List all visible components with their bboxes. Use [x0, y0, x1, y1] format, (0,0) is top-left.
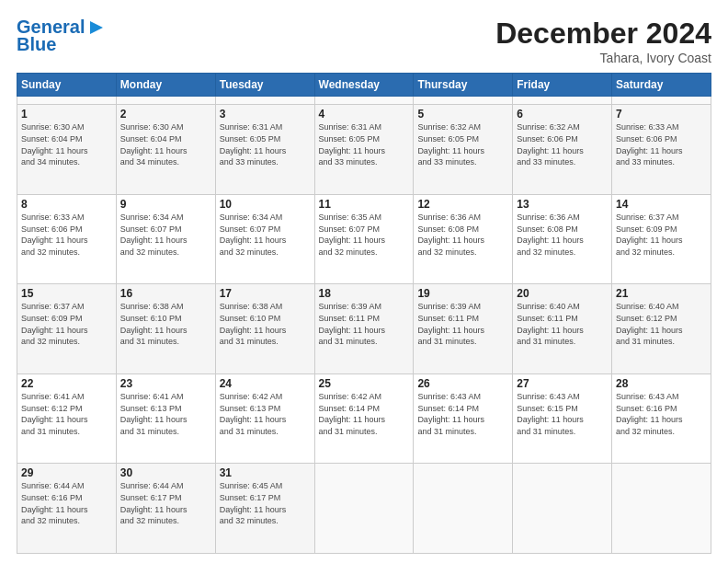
calendar-week-row: 8Sunrise: 6:33 AM Sunset: 6:06 PM Daylig… — [17, 194, 711, 284]
header: General Blue December 2024 Tahara, Ivory… — [17, 17, 711, 65]
day-info: Sunrise: 6:31 AM Sunset: 6:05 PM Dayligh… — [220, 121, 311, 167]
calendar-cell: 31Sunrise: 6:45 AM Sunset: 6:17 PM Dayli… — [215, 464, 314, 554]
calendar-cell — [612, 464, 711, 554]
day-number: 15 — [21, 287, 112, 300]
col-header-saturday: Saturday — [612, 74, 711, 97]
day-number: 20 — [517, 287, 608, 300]
col-header-monday: Monday — [116, 74, 215, 97]
day-info: Sunrise: 6:30 AM Sunset: 6:04 PM Dayligh… — [120, 121, 211, 167]
day-number: 5 — [417, 108, 508, 121]
day-number: 29 — [21, 466, 112, 479]
calendar-cell: 23Sunrise: 6:41 AM Sunset: 6:13 PM Dayli… — [116, 373, 215, 464]
day-number: 17 — [220, 287, 311, 300]
calendar-week-row: 1Sunrise: 6:30 AM Sunset: 6:04 PM Daylig… — [17, 105, 711, 195]
calendar-cell — [612, 97, 711, 105]
calendar-cell — [215, 97, 314, 105]
day-info: Sunrise: 6:38 AM Sunset: 6:10 PM Dayligh… — [120, 301, 211, 347]
day-info: Sunrise: 6:43 AM Sunset: 6:15 PM Dayligh… — [517, 391, 608, 437]
calendar-cell: 2Sunrise: 6:30 AM Sunset: 6:04 PM Daylig… — [116, 105, 215, 195]
calendar-cell: 16Sunrise: 6:38 AM Sunset: 6:10 PM Dayli… — [116, 284, 215, 374]
calendar-cell: 18Sunrise: 6:39 AM Sunset: 6:11 PM Dayli… — [314, 284, 414, 374]
calendar-cell: 3Sunrise: 6:31 AM Sunset: 6:05 PM Daylig… — [215, 105, 314, 195]
day-info: Sunrise: 6:40 AM Sunset: 6:11 PM Dayligh… — [517, 301, 608, 347]
calendar-cell — [17, 97, 117, 105]
calendar-cell — [116, 97, 215, 105]
day-number: 14 — [616, 198, 707, 211]
day-info: Sunrise: 6:44 AM Sunset: 6:17 PM Dayligh… — [120, 480, 211, 526]
day-info: Sunrise: 6:42 AM Sunset: 6:13 PM Dayligh… — [220, 391, 311, 437]
day-number: 25 — [319, 377, 410, 390]
day-info: Sunrise: 6:37 AM Sunset: 6:09 PM Dayligh… — [616, 212, 707, 258]
day-info: Sunrise: 6:30 AM Sunset: 6:04 PM Dayligh… — [21, 121, 112, 167]
day-number: 4 — [319, 108, 410, 121]
day-info: Sunrise: 6:32 AM Sunset: 6:05 PM Dayligh… — [417, 121, 508, 167]
day-info: Sunrise: 6:34 AM Sunset: 6:07 PM Dayligh… — [120, 212, 211, 258]
day-info: Sunrise: 6:38 AM Sunset: 6:10 PM Dayligh… — [220, 301, 311, 347]
day-info: Sunrise: 6:33 AM Sunset: 6:06 PM Dayligh… — [616, 121, 707, 167]
calendar-cell: 4Sunrise: 6:31 AM Sunset: 6:05 PM Daylig… — [314, 105, 414, 195]
day-info: Sunrise: 6:35 AM Sunset: 6:07 PM Dayligh… — [319, 212, 410, 258]
day-info: Sunrise: 6:33 AM Sunset: 6:06 PM Dayligh… — [21, 212, 112, 258]
day-number: 18 — [319, 287, 410, 300]
calendar-cell: 30Sunrise: 6:44 AM Sunset: 6:17 PM Dayli… — [116, 464, 215, 554]
day-number: 12 — [417, 198, 508, 211]
day-number: 27 — [517, 377, 608, 390]
calendar-cell: 17Sunrise: 6:38 AM Sunset: 6:10 PM Dayli… — [215, 284, 314, 374]
day-number: 16 — [120, 287, 211, 300]
calendar-week-row: 22Sunrise: 6:41 AM Sunset: 6:12 PM Dayli… — [17, 373, 711, 464]
day-info: Sunrise: 6:45 AM Sunset: 6:17 PM Dayligh… — [220, 480, 311, 526]
day-number: 22 — [21, 377, 112, 390]
calendar-cell — [513, 464, 612, 554]
calendar-cell: 28Sunrise: 6:43 AM Sunset: 6:16 PM Dayli… — [612, 373, 711, 464]
day-number: 23 — [120, 377, 211, 390]
day-number: 26 — [417, 377, 508, 390]
day-number: 10 — [220, 198, 311, 211]
calendar-cell — [314, 464, 414, 554]
calendar-cell: 11Sunrise: 6:35 AM Sunset: 6:07 PM Dayli… — [314, 194, 414, 284]
logo-arrow-icon — [86, 17, 107, 38]
day-info: Sunrise: 6:41 AM Sunset: 6:13 PM Dayligh… — [120, 391, 211, 437]
day-number: 8 — [21, 198, 112, 211]
calendar-cell: 1Sunrise: 6:30 AM Sunset: 6:04 PM Daylig… — [17, 105, 117, 195]
calendar-cell — [513, 97, 612, 105]
location: Tahara, Ivory Coast — [495, 51, 711, 65]
col-header-wednesday: Wednesday — [314, 74, 414, 97]
day-info: Sunrise: 6:37 AM Sunset: 6:09 PM Dayligh… — [21, 301, 112, 347]
logo: General Blue — [17, 17, 107, 55]
day-info: Sunrise: 6:40 AM Sunset: 6:12 PM Dayligh… — [616, 301, 707, 347]
day-number: 9 — [120, 198, 211, 211]
calendar-header-row: SundayMondayTuesdayWednesdayThursdayFrid… — [17, 74, 711, 97]
calendar-cell — [314, 97, 414, 105]
calendar-cell: 5Sunrise: 6:32 AM Sunset: 6:05 PM Daylig… — [414, 105, 513, 195]
calendar-cell — [414, 464, 513, 554]
day-number: 30 — [120, 466, 211, 479]
day-info: Sunrise: 6:41 AM Sunset: 6:12 PM Dayligh… — [21, 391, 112, 437]
day-info: Sunrise: 6:43 AM Sunset: 6:16 PM Dayligh… — [616, 391, 707, 437]
day-number: 3 — [220, 108, 311, 121]
day-info: Sunrise: 6:43 AM Sunset: 6:14 PM Dayligh… — [417, 391, 508, 437]
calendar-cell: 29Sunrise: 6:44 AM Sunset: 6:16 PM Dayli… — [17, 464, 117, 554]
day-info: Sunrise: 6:34 AM Sunset: 6:07 PM Dayligh… — [220, 212, 311, 258]
day-info: Sunrise: 6:32 AM Sunset: 6:06 PM Dayligh… — [517, 121, 608, 167]
calendar-week-row — [17, 97, 711, 105]
day-info: Sunrise: 6:39 AM Sunset: 6:11 PM Dayligh… — [417, 301, 508, 347]
calendar-cell: 13Sunrise: 6:36 AM Sunset: 6:08 PM Dayli… — [513, 194, 612, 284]
day-info: Sunrise: 6:31 AM Sunset: 6:05 PM Dayligh… — [319, 121, 410, 167]
calendar-cell: 27Sunrise: 6:43 AM Sunset: 6:15 PM Dayli… — [513, 373, 612, 464]
day-number: 28 — [616, 377, 707, 390]
calendar-week-row: 29Sunrise: 6:44 AM Sunset: 6:16 PM Dayli… — [17, 464, 711, 554]
month-title: December 2024 — [495, 17, 711, 51]
calendar-cell — [414, 97, 513, 105]
calendar-cell: 8Sunrise: 6:33 AM Sunset: 6:06 PM Daylig… — [17, 194, 117, 284]
calendar-cell: 12Sunrise: 6:36 AM Sunset: 6:08 PM Dayli… — [414, 194, 513, 284]
title-block: December 2024 Tahara, Ivory Coast — [495, 17, 711, 65]
calendar-cell: 21Sunrise: 6:40 AM Sunset: 6:12 PM Dayli… — [612, 284, 711, 374]
day-number: 11 — [319, 198, 410, 211]
day-number: 19 — [417, 287, 508, 300]
day-number: 13 — [517, 198, 608, 211]
day-info: Sunrise: 6:42 AM Sunset: 6:14 PM Dayligh… — [319, 391, 410, 437]
day-number: 2 — [120, 108, 211, 121]
col-header-thursday: Thursday — [414, 74, 513, 97]
calendar-week-row: 15Sunrise: 6:37 AM Sunset: 6:09 PM Dayli… — [17, 284, 711, 374]
col-header-sunday: Sunday — [17, 74, 117, 97]
